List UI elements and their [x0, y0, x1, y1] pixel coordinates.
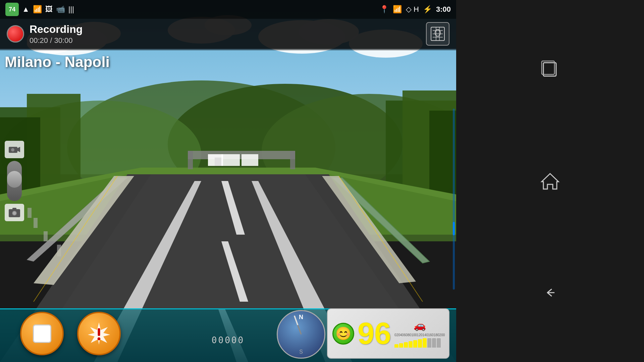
stop-icon	[33, 324, 51, 343]
status-bar: 74 ▲ 📶 🖼 📹 ||| 📍 📶 ◇ H ⚡ 3:00	[0, 0, 456, 19]
svg-marker-54	[17, 147, 20, 152]
recents-button[interactable]	[533, 56, 567, 83]
video-icon: 📹	[56, 5, 65, 14]
mood-indicator: 😊	[332, 323, 354, 345]
compass: N S	[277, 310, 325, 359]
car-icon: 🚗	[414, 319, 426, 331]
bluetooth-icon: 📶	[33, 5, 42, 14]
recording-info: Recording 00:20 / 30:00	[30, 23, 83, 45]
svg-rect-30	[34, 218, 38, 228]
location-icon: 📍	[380, 5, 389, 14]
alert-icon	[87, 322, 111, 345]
bar-9	[432, 338, 436, 348]
bar-4	[409, 341, 413, 348]
scroll-thumb	[453, 222, 455, 235]
speed-labels: 020406080100120140160180200	[394, 333, 445, 337]
notification-badge: 74	[5, 3, 19, 16]
bar-8	[427, 338, 431, 348]
nav-bar	[456, 0, 644, 362]
scroll-indicator	[453, 109, 455, 290]
status-bar-left: 74 ▲ 📶 🖼 📹 |||	[5, 3, 74, 16]
bar-1	[394, 344, 398, 348]
recording-header: Recording 00:20 / 30:00	[0, 19, 456, 49]
speed-bar-container: 020406080100120140160180200	[394, 333, 445, 348]
svg-point-58	[13, 212, 16, 215]
route-label: Milano - Napoli	[5, 54, 110, 70]
speed-bars	[394, 338, 445, 348]
battery-icon: ⚡	[423, 5, 432, 14]
svg-point-62	[98, 337, 101, 340]
recording-left: Recording 00:20 / 30:00	[7, 23, 83, 45]
home-button[interactable]	[533, 168, 567, 194]
signal-icon: ◇ H	[406, 5, 419, 14]
bars-icon: |||	[68, 5, 74, 14]
bar-6	[418, 339, 422, 348]
compass-south: S	[299, 349, 303, 355]
compass-face: N S	[277, 310, 325, 359]
bottom-bar: 00000 N S 😊 96 🚗 02040608010012014016018…	[0, 305, 456, 362]
svg-rect-37	[188, 151, 193, 169]
bar-3	[404, 342, 408, 348]
svg-point-55	[11, 148, 14, 152]
speed-right: 🚗 020406080100120140160180200	[394, 319, 445, 348]
bar-5	[413, 340, 417, 348]
back-button[interactable]	[533, 279, 567, 306]
recording-time: 00:20 / 30:00	[30, 36, 83, 45]
bt-icon: 📶	[393, 5, 402, 14]
svg-rect-31	[44, 231, 48, 241]
bar-2	[399, 343, 403, 348]
bar-7	[423, 338, 427, 348]
photo-button[interactable]	[5, 204, 24, 221]
bar-10	[437, 338, 441, 348]
camera-icon	[8, 144, 21, 155]
map-icon	[429, 25, 446, 42]
svg-rect-29	[28, 208, 32, 218]
speed-panel: 😊 96 🚗 020406080100120140160180200	[327, 308, 449, 359]
left-controls	[5, 141, 24, 221]
svg-rect-18	[429, 111, 456, 198]
navigation-icon: ▲	[22, 5, 30, 14]
svg-rect-41	[221, 154, 240, 166]
svg-rect-38	[290, 151, 295, 169]
compass-north: N	[299, 314, 303, 321]
time-display: 3:00	[436, 5, 451, 14]
recording-label: Recording	[30, 23, 83, 36]
map-button[interactable]	[426, 22, 449, 46]
photo-icon	[8, 206, 21, 219]
svg-rect-59	[12, 208, 16, 209]
svg-rect-61	[98, 328, 100, 336]
odometer: 00000	[212, 335, 245, 345]
svg-rect-42	[241, 154, 258, 166]
zoom-slider[interactable]	[7, 161, 22, 201]
stop-button[interactable]	[20, 312, 64, 355]
photo-icon: 🖼	[45, 5, 53, 14]
speed-value: 96	[358, 318, 391, 349]
slider-thumb	[7, 171, 22, 188]
app-area: 74 ▲ 📶 🖼 📹 ||| 📍 📶 ◇ H ⚡ 3:00 Recording …	[0, 0, 456, 362]
camera-toggle[interactable]	[5, 141, 24, 158]
alert-button[interactable]	[77, 312, 121, 355]
record-indicator	[7, 25, 24, 43]
status-bar-right: 📍 📶 ◇ H ⚡ 3:00	[380, 5, 451, 14]
svg-marker-65	[542, 174, 558, 189]
